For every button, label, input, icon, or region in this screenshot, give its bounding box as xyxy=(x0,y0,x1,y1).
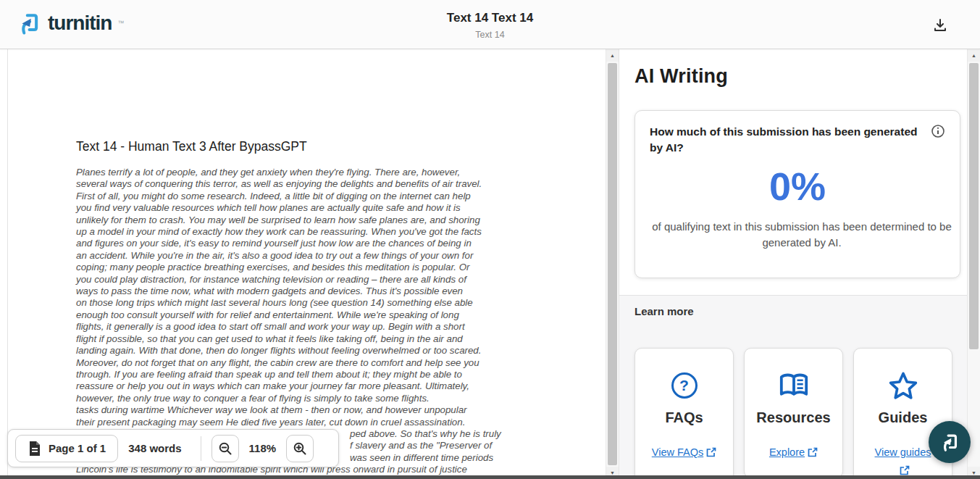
star-icon xyxy=(888,371,918,400)
window-bottom-edge xyxy=(0,475,980,479)
turnitin-floating-button[interactable] xyxy=(929,421,971,463)
document-line: was seen in different time periods xyxy=(350,452,583,464)
document-line: their present packaging may seem He died… xyxy=(76,417,583,428)
info-button[interactable] xyxy=(931,124,945,138)
learn-more-section: Learn more ? FAQs View FAQs xyxy=(619,295,968,479)
document-line: tasks during wartime Whichever way we lo… xyxy=(76,404,583,416)
word-count-label: 348 words xyxy=(128,442,181,454)
zoom-out-button[interactable] xyxy=(212,435,239,462)
document-line: through. If you are feeling afraid than … xyxy=(76,369,583,380)
document-line: f slavery and as the "Preserver of xyxy=(350,440,583,451)
document-line: flight if possible, so that you can get … xyxy=(76,333,583,345)
resources-card: Resources Explore xyxy=(744,348,843,478)
ai-description-text: of qualifying text in this submission ha… xyxy=(650,219,954,251)
document-line: however, the only true way to conquer a … xyxy=(76,393,583,404)
ai-question-text: How much of this submission has been gen… xyxy=(650,124,924,157)
document-line: unlikely for them to crash. You may well… xyxy=(76,214,583,226)
faqs-card: ? FAQs View FAQs xyxy=(635,348,734,479)
document-scrollbar[interactable]: ▲ ▼ xyxy=(606,49,619,479)
panel-title: AI Writing xyxy=(635,65,728,88)
document-line: Planes terrify a lot of people, and they… xyxy=(76,167,583,178)
external-link-icon xyxy=(808,447,818,457)
scroll-up-arrow-icon[interactable]: ▲ xyxy=(968,49,980,62)
explore-link[interactable]: Explore xyxy=(754,443,834,462)
page-count-label: Page 1 of 1 xyxy=(49,442,106,454)
zoom-in-icon xyxy=(292,441,308,457)
faqs-card-title: FAQs xyxy=(635,409,733,426)
document-line: First of all, you might do some research… xyxy=(76,191,583,202)
top-header: turnitin ™ Text 14 Text 14 Text 14 xyxy=(0,0,980,49)
document-line: Moreover, do not forget that on any flig… xyxy=(76,357,583,369)
document-scrollbar-thumb[interactable] xyxy=(608,63,617,465)
document-line: on those long trips which might last sev… xyxy=(76,297,583,309)
info-icon xyxy=(931,124,945,138)
document-line: an accident. While you're in the air, it… xyxy=(76,250,583,262)
viewer-toolbar: Page 1 of 1 348 words 118% xyxy=(7,429,339,467)
ai-percentage-value: 0% xyxy=(650,164,945,209)
zoom-out-icon xyxy=(217,441,233,457)
document-line: several ways of conquering this terror, … xyxy=(76,178,583,190)
document-line: you could play distraction, for instance… xyxy=(76,274,583,286)
submission-subtitle: Text 14 xyxy=(0,30,980,40)
guides-card-title: Guides xyxy=(854,409,952,426)
page-icon xyxy=(28,441,41,457)
document-line: ways to pass the time now, what with mod… xyxy=(76,286,583,297)
document-line: landing again. With that done, then do l… xyxy=(76,345,583,357)
question-circle-icon: ? xyxy=(671,372,698,399)
document-line: up a model in your mind of exactly how t… xyxy=(76,226,583,238)
view-faqs-link[interactable]: View FAQs xyxy=(651,443,718,462)
document-line: ped above. So that's why he is truly xyxy=(350,428,583,440)
document-line: enough too consult yourself with for rel… xyxy=(76,309,583,321)
document-line: you find very valuable resources which t… xyxy=(76,202,583,214)
scroll-up-arrow-icon[interactable]: ▲ xyxy=(606,49,619,62)
panel-scrollbar-thumb[interactable] xyxy=(969,63,979,349)
page-left-edge xyxy=(7,49,8,479)
page-navigation-button[interactable]: Page 1 of 1 xyxy=(15,435,118,462)
ai-writing-panel: AI Writing How much of this submission h… xyxy=(619,49,967,479)
book-icon xyxy=(778,372,810,399)
download-icon xyxy=(931,17,949,34)
turnitin-arrow-icon xyxy=(939,431,960,453)
document-line: and figures on your side, it's easy to r… xyxy=(76,238,583,249)
panel-scrollbar[interactable]: ▲ ▼ xyxy=(967,49,980,479)
document-line: reassure or help you out in ways which c… xyxy=(76,380,583,392)
zoom-level-label: 118% xyxy=(249,442,277,454)
document-line: coping; many people practice breathing e… xyxy=(76,262,583,273)
zoom-in-button[interactable] xyxy=(286,435,314,462)
resources-card-title: Resources xyxy=(745,409,842,426)
view-guides-link[interactable]: View guides xyxy=(870,443,937,479)
external-link-icon xyxy=(706,447,716,457)
learn-more-heading: Learn more xyxy=(635,305,952,317)
download-button[interactable] xyxy=(929,14,951,36)
document-heading: Text 14 - Human Text 3 After BypassGPT xyxy=(76,139,583,154)
document-viewer: Text 14 - Human Text 3 After BypassGPT P… xyxy=(0,49,606,479)
ai-score-card: How much of this submission has been gen… xyxy=(635,110,960,278)
submission-title: Text 14 Text 14 xyxy=(0,11,980,25)
external-link-icon xyxy=(900,465,910,475)
toolbar-divider xyxy=(201,436,201,461)
document-line: flights, it generally is a good idea to … xyxy=(76,321,583,333)
